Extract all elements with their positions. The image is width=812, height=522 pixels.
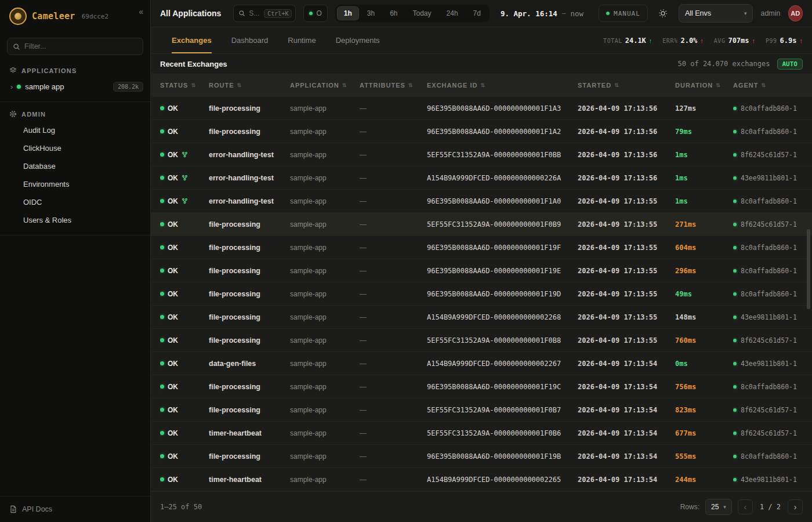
table-row[interactable]: OK file-processing sample-app — 5EF55FC3… xyxy=(151,213,812,236)
attributes-cell: — xyxy=(360,151,427,159)
column-header-agent[interactable]: AGENT⇅ xyxy=(733,82,803,89)
manual-refresh-button[interactable]: MANUAL xyxy=(599,5,648,22)
exchange-id-cell: 5EF55FC31352A9A-000000000001F0BB xyxy=(427,151,578,159)
sidebar-item-audit-log[interactable]: Audit Log xyxy=(0,121,150,139)
prev-page-button[interactable]: ‹ xyxy=(738,499,753,514)
application-cell: sample-app xyxy=(290,360,360,368)
column-header-attributes[interactable]: ATTRIBUTES⇅ xyxy=(360,82,427,89)
scrollbar-thumb[interactable] xyxy=(807,229,810,309)
range-6h-button[interactable]: 6h xyxy=(383,6,404,20)
column-header-route[interactable]: ROUTE⇅ xyxy=(209,82,290,89)
env-select-dropdown[interactable]: All Envs ▾ xyxy=(679,4,753,23)
global-search[interactable]: S... Ctrl+K xyxy=(233,5,296,22)
duration-cell: 296ms xyxy=(675,267,733,275)
table-row[interactable]: OK error-handling-test sample-app — 5EF5… xyxy=(151,143,812,166)
sidebar-item-database[interactable]: Database xyxy=(0,157,150,175)
table-row[interactable]: OK data-gen-files sample-app — A154B9A99… xyxy=(151,352,812,375)
date-range-display[interactable]: 9. Apr. 16:14 – now xyxy=(501,9,583,18)
agent-id: 43ee9811b801-1 xyxy=(741,360,797,368)
online-dot xyxy=(309,12,313,15)
agent-cell: 8f6245c61d57-1 xyxy=(733,336,803,345)
range-3h-button[interactable]: 3h xyxy=(360,6,382,20)
page-indicator: 1 / 2 xyxy=(760,503,781,511)
status-ok-dot xyxy=(160,477,164,481)
avatar[interactable]: AD xyxy=(788,5,803,21)
table-row[interactable]: OK file-processing sample-app — 96E395B0… xyxy=(151,445,812,468)
sort-icon: ⇅ xyxy=(614,82,619,88)
tab-dashboard[interactable]: Dashboard xyxy=(231,27,269,53)
summary-stats: TOTAL 24.1K ↑ ERR% 2.0% ↑ AVG 707ms ↑ P9… xyxy=(603,37,803,45)
agent-cell: 8f6245c61d57-1 xyxy=(733,220,803,229)
started-cell: 2026-04-09 17:13:56 xyxy=(578,128,675,136)
status-label: OK xyxy=(168,313,178,321)
env-select-value: All Envs xyxy=(685,9,711,17)
range-1h-button[interactable]: 1h xyxy=(337,6,359,20)
rows-per-page-select[interactable]: 25 ▾ xyxy=(705,499,732,515)
range-24h-button[interactable]: 24h xyxy=(440,6,465,20)
table-row[interactable]: OK file-processing sample-app — 96E395B0… xyxy=(151,282,812,306)
column-header-duration[interactable]: DURATION⇅ xyxy=(675,82,733,89)
agent-id: 8f6245c61d57-1 xyxy=(741,220,797,229)
tab-runtime[interactable]: Runtime xyxy=(288,27,316,53)
stat-p99-label: P99 xyxy=(766,38,777,44)
route-cell: file-processing xyxy=(209,406,290,414)
table-row[interactable]: OK file-processing sample-app — 96E395B0… xyxy=(151,120,812,143)
theme-toggle-button[interactable] xyxy=(655,5,671,22)
table-row[interactable]: OK file-processing sample-app — 5EF55FC3… xyxy=(151,329,812,352)
sidebar-item-users-roles[interactable]: Users & Roles xyxy=(0,211,150,229)
collapse-sidebar-icon[interactable]: « xyxy=(139,7,143,16)
column-header-started[interactable]: STARTED⇅ xyxy=(578,82,675,89)
table-row[interactable]: OK file-processing sample-app — 5EF55FC3… xyxy=(151,398,812,422)
table-row[interactable]: OK timer-heartbeat sample-app — 5EF55FC3… xyxy=(151,422,812,445)
sort-icon: ⇅ xyxy=(191,82,196,88)
table-row[interactable]: OK file-processing sample-app — 96E395B0… xyxy=(151,236,812,259)
exchange-id-cell: 96E395B0088AA6D-000000000001F19E xyxy=(427,267,578,275)
status-label: OK xyxy=(168,406,178,414)
sort-icon: ⇅ xyxy=(342,82,347,88)
range-today-button[interactable]: Today xyxy=(406,6,438,20)
table-row[interactable]: OK error-handling-test sample-app — 96E3… xyxy=(151,190,812,213)
sidebar-header: Cameleer 69dcce2 « xyxy=(0,0,150,32)
column-header-status[interactable]: STATUS⇅ xyxy=(160,82,209,89)
app-item-label: sample app xyxy=(25,82,64,91)
auto-refresh-badge[interactable]: AUTO xyxy=(777,59,803,70)
table-row[interactable]: OK timer-heartbeat sample-app — A154B9A9… xyxy=(151,468,812,491)
application-cell: sample-app xyxy=(290,244,360,252)
table-row[interactable]: OK error-handling-test sample-app — A154… xyxy=(151,166,812,190)
range-7d-button[interactable]: 7d xyxy=(466,6,488,20)
status-label: OK xyxy=(168,452,178,461)
attributes-cell: — xyxy=(360,313,427,321)
tab-deployments[interactable]: Deployments xyxy=(336,27,380,53)
agent-online-dot xyxy=(733,432,737,435)
stat-total-value: 24.1K xyxy=(625,37,646,45)
api-docs-link[interactable]: API Docs xyxy=(0,496,150,522)
table-row[interactable]: OK file-processing sample-app — 96E395B0… xyxy=(151,97,812,120)
table-row[interactable]: OK file-processing sample-app — 96E395B0… xyxy=(151,259,812,282)
status-ok-dot xyxy=(160,361,164,365)
status-label: OK xyxy=(168,197,178,205)
layers-icon xyxy=(9,67,17,74)
application-cell: sample-app xyxy=(290,151,360,159)
sidebar-item-sample-app[interactable]: › sample app 208.2k xyxy=(0,78,150,96)
agent-cell: 8f6245c61d57-1 xyxy=(733,406,803,414)
table-row[interactable]: OK file-processing sample-app — A154B9A9… xyxy=(151,306,812,329)
column-header-exchange-id[interactable]: EXCHANGE ID⇅ xyxy=(427,82,578,89)
sidebar-item-clickhouse[interactable]: ClickHouse xyxy=(0,139,150,157)
column-header-application[interactable]: APPLICATION⇅ xyxy=(290,82,360,89)
exchange-id-cell: 96E395B0088AA6D-000000000001F19D xyxy=(427,290,578,298)
sidebar-filter[interactable] xyxy=(7,38,143,55)
started-cell: 2026-04-09 17:13:54 xyxy=(578,383,675,391)
exchange-id-cell: 96E395B0088AA6D-000000000001F19F xyxy=(427,244,578,252)
stat-avg-label: AVG xyxy=(714,38,726,44)
sidebar-item-oidc[interactable]: OIDC xyxy=(0,193,150,211)
stat-err-label: ERR% xyxy=(662,38,677,44)
tab-exchanges[interactable]: Exchanges xyxy=(172,27,212,53)
sidebar-item-environments[interactable]: Environments xyxy=(0,175,150,193)
online-status-chip[interactable]: O xyxy=(303,5,327,22)
stat-avg-value: 707ms xyxy=(728,37,749,45)
filter-input[interactable] xyxy=(24,42,137,50)
table-row[interactable]: OK file-processing sample-app — 96E395B0… xyxy=(151,375,812,398)
stat-p99-value: 6.9s xyxy=(780,37,797,45)
status-ok-dot xyxy=(160,129,164,133)
next-page-button[interactable]: › xyxy=(788,499,803,514)
